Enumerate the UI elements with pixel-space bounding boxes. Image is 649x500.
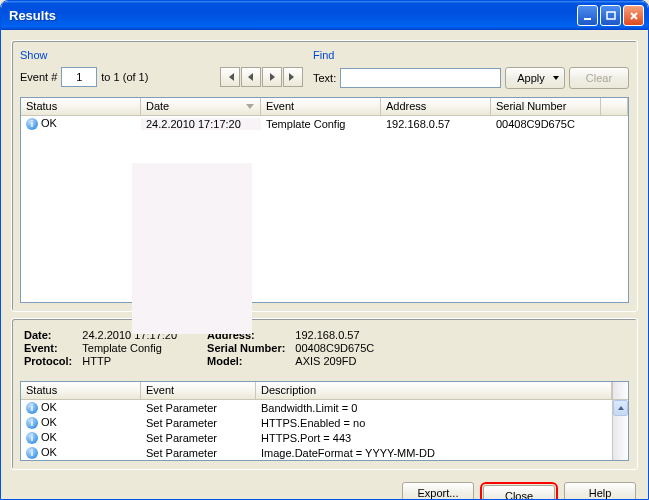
detail-panel: Date:24.2.2010 17:17:20 Event:Template C… (11, 318, 638, 470)
col-status[interactable]: Status (21, 98, 141, 115)
dcol-event[interactable]: Event (141, 382, 256, 399)
client-area: Show Event # to 1 (of 1) Fi (1, 30, 648, 500)
dcol-desc[interactable]: Description (256, 382, 612, 399)
window-title: Results (9, 8, 575, 23)
find-group: Find Text: Apply Clear (313, 49, 629, 89)
scroll-up-icon[interactable] (613, 400, 628, 416)
detail-col-2: Address:192.168.0.57 Serial Number:00408… (207, 329, 374, 367)
table-row[interactable]: iOKSet ParameterHTTPS.Port = 443 (21, 430, 612, 445)
event-total-label: to 1 (of 1) (101, 71, 148, 83)
table-row[interactable]: iOKSet ParameterImage.DateFormat = YYYY-… (21, 445, 612, 460)
last-button[interactable] (283, 67, 303, 87)
svg-rect-0 (584, 18, 591, 20)
event-number-label: Event # (20, 71, 57, 83)
find-text-label: Text: (313, 72, 336, 84)
find-label: Find (313, 49, 629, 61)
clear-button[interactable]: Clear (569, 67, 629, 89)
dcol-status[interactable]: Status (21, 382, 141, 399)
results-window: Results Show Event # to 1 (of 1) (0, 0, 649, 500)
close-window-button[interactable] (623, 5, 644, 26)
top-panel: Show Event # to 1 (of 1) Fi (11, 40, 638, 312)
col-address[interactable]: Address (381, 98, 491, 115)
maximize-button[interactable] (600, 5, 621, 26)
info-icon: i (26, 417, 38, 429)
scrollbar-head (612, 382, 628, 399)
table-row[interactable]: iOKSet ParameterHTTPS.Enabled = no (21, 415, 612, 430)
close-button[interactable]: Close (483, 485, 555, 500)
export-button[interactable]: Export... (402, 482, 474, 500)
find-text-input[interactable] (340, 68, 501, 88)
prev-button[interactable] (241, 67, 261, 87)
results-table: Status Date Event Address Serial Number … (20, 97, 629, 303)
show-group: Show Event # to 1 (of 1) (20, 49, 303, 89)
next-button[interactable] (262, 67, 282, 87)
apply-button[interactable]: Apply (505, 67, 565, 89)
col-serial[interactable]: Serial Number (491, 98, 601, 115)
info-icon: i (26, 432, 38, 444)
table-row[interactable]: iOKSet ParameterBandwidth.Limit = 0 (21, 400, 612, 415)
event-number-input[interactable] (61, 67, 97, 87)
col-event[interactable]: Event (261, 98, 381, 115)
info-icon: i (26, 447, 38, 459)
footer-buttons: Export... Close Help (11, 476, 638, 500)
info-icon: i (26, 118, 38, 130)
show-label: Show (20, 49, 303, 61)
col-date[interactable]: Date (141, 98, 261, 115)
minimize-button[interactable] (577, 5, 598, 26)
help-button[interactable]: Help (564, 482, 636, 500)
first-button[interactable] (220, 67, 240, 87)
svg-rect-1 (607, 12, 615, 19)
close-highlight: Close (480, 482, 558, 500)
detail-col-1: Date:24.2.2010 17:17:20 Event:Template C… (24, 329, 177, 367)
titlebar: Results (1, 1, 648, 30)
table-row[interactable]: iOK 24.2.2010 17:17:20 Template Config 1… (21, 116, 628, 131)
col-spacer (601, 98, 628, 115)
detail-table: Status Event Description iOKSet Paramete… (20, 381, 629, 461)
info-icon: i (26, 402, 38, 414)
scrollbar[interactable] (612, 400, 628, 460)
